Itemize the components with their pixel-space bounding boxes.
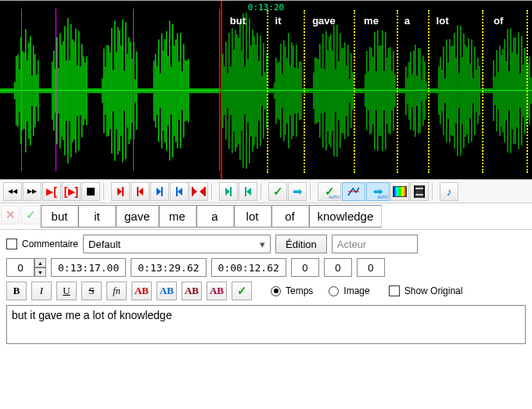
svg-rect-112 xyxy=(175,39,177,142)
commentaire-checkbox[interactable] xyxy=(6,239,17,249)
color-red-button[interactable]: AB xyxy=(131,282,152,300)
svg-rect-310 xyxy=(485,88,487,93)
color-blue-button[interactable]: AB xyxy=(156,282,177,300)
set-out-red-button[interactable] xyxy=(131,182,149,201)
image-radio[interactable] xyxy=(329,286,339,296)
prev-bracket-button[interactable]: ▶[ xyxy=(42,182,61,201)
svg-rect-317 xyxy=(496,50,498,131)
word-boundary-marker[interactable] xyxy=(267,10,268,173)
svg-rect-117 xyxy=(183,44,185,138)
word-segment[interactable]: gave xyxy=(116,205,159,228)
word-segment[interactable]: me xyxy=(159,205,196,228)
color-darkred-button[interactable]: AB xyxy=(182,282,202,300)
svg-rect-104 xyxy=(163,51,164,131)
selection-start-marker[interactable] xyxy=(221,1,222,179)
svg-rect-131 xyxy=(205,88,207,93)
index-spinner[interactable]: 0 ▲▼ xyxy=(6,258,46,277)
word-boundary-marker[interactable] xyxy=(397,10,398,173)
range-red-button[interactable] xyxy=(189,182,208,201)
svg-rect-79 xyxy=(124,70,125,110)
svg-rect-282 xyxy=(441,70,443,111)
spectrum-button[interactable] xyxy=(390,182,409,201)
accept-word-button[interactable]: ✓ xyxy=(21,206,40,224)
svg-rect-236 xyxy=(369,47,371,135)
edition-button[interactable]: Édition xyxy=(275,235,327,253)
svg-rect-297 xyxy=(465,45,466,137)
svg-rect-305 xyxy=(477,58,479,124)
x1-input[interactable]: 0 xyxy=(291,258,319,277)
time-end-input[interactable]: 0:13:29.62 xyxy=(131,258,206,277)
svg-rect-142 xyxy=(222,53,224,127)
svg-rect-99 xyxy=(155,54,156,127)
svg-rect-198 xyxy=(310,88,311,93)
svg-rect-333 xyxy=(521,36,523,145)
svg-rect-154 xyxy=(241,51,243,131)
bold-button[interactable]: B xyxy=(6,282,27,300)
temps-radio[interactable] xyxy=(271,286,281,296)
word-segment[interactable]: a xyxy=(196,205,234,228)
fn-button[interactable]: fn xyxy=(106,282,127,300)
spin-up-icon[interactable]: ▲ xyxy=(34,258,46,267)
video-button[interactable] xyxy=(410,182,429,201)
set-in-red-button[interactable] xyxy=(111,182,130,201)
subtitle-text-input[interactable]: but it gave me a lot of knowledge xyxy=(6,305,526,344)
word-segment[interactable]: it xyxy=(78,205,116,228)
word-boundary-marker[interactable] xyxy=(304,10,305,173)
music-button[interactable] xyxy=(440,182,458,201)
svg-rect-26 xyxy=(41,88,42,93)
strike-button[interactable]: S xyxy=(81,282,102,300)
auto-next-button[interactable]: ➡AUTO xyxy=(366,182,390,201)
word-boundary-marker[interactable] xyxy=(482,10,483,173)
set-in-teal-button[interactable] xyxy=(219,182,238,201)
show-original-checkbox[interactable] xyxy=(389,285,400,296)
duration-input[interactable]: 0:00:12.62 xyxy=(211,258,286,277)
stop-button[interactable] xyxy=(81,182,100,201)
svg-rect-217 xyxy=(340,34,341,149)
reject-word-button[interactable]: ✕ xyxy=(1,206,20,224)
rewind-button[interactable] xyxy=(3,182,22,201)
word-boundary-marker[interactable] xyxy=(527,10,528,173)
svg-rect-315 xyxy=(493,60,494,121)
spin-down-icon[interactable]: ▼ xyxy=(34,267,46,277)
word-boundary-marker[interactable] xyxy=(354,10,355,173)
word-segment[interactable]: but xyxy=(41,205,78,228)
range-bracket-button[interactable]: [▶] xyxy=(62,182,81,201)
svg-rect-249 xyxy=(390,47,391,135)
svg-rect-17 xyxy=(27,60,28,121)
svg-rect-155 xyxy=(243,13,244,167)
waveform-display[interactable]: 0:13:20 butitgavemealotof xyxy=(0,0,532,180)
confirm-button[interactable]: ✓ xyxy=(268,182,287,201)
svg-rect-184 xyxy=(288,33,289,149)
auto-confirm-button[interactable]: ✓AUTO xyxy=(318,182,341,201)
color-maroon-button[interactable]: AB xyxy=(207,282,227,300)
style-select[interactable]: Default xyxy=(83,235,271,253)
svg-rect-92 xyxy=(144,88,146,93)
acteur-input[interactable]: Acteur xyxy=(332,235,418,253)
word-boundary-marker[interactable] xyxy=(428,10,430,173)
set-out-blue-button[interactable] xyxy=(170,182,189,201)
svg-rect-275 xyxy=(430,88,432,93)
italic-button[interactable]: I xyxy=(31,282,52,300)
next-arrow-button[interactable]: ➡ xyxy=(288,182,307,201)
svg-rect-157 xyxy=(246,13,247,169)
svg-rect-87 xyxy=(136,52,138,130)
word-segment[interactable]: of xyxy=(271,205,309,228)
set-out-teal-button[interactable] xyxy=(239,182,257,201)
time-start-input[interactable]: 0:13:17.00 xyxy=(51,258,126,277)
fastforward-button[interactable] xyxy=(23,182,41,201)
svg-rect-151 xyxy=(236,34,238,148)
set-in-blue-button[interactable] xyxy=(150,182,169,201)
svg-rect-301 xyxy=(471,39,473,142)
svg-rect-143 xyxy=(224,66,225,115)
svg-rect-150 xyxy=(235,30,236,152)
apply-format-button[interactable]: ✓ xyxy=(232,282,252,300)
auto-sync-button[interactable] xyxy=(342,182,365,201)
word-segment[interactable]: lot xyxy=(234,205,271,228)
x2-input[interactable]: 0 xyxy=(324,258,352,277)
underline-button[interactable]: U xyxy=(56,282,77,300)
svg-rect-37 xyxy=(58,68,59,113)
svg-rect-195 xyxy=(305,88,307,93)
word-segment[interactable]: knowledge xyxy=(309,205,383,228)
x3-input[interactable]: 0 xyxy=(357,258,385,277)
svg-rect-223 xyxy=(349,79,350,102)
